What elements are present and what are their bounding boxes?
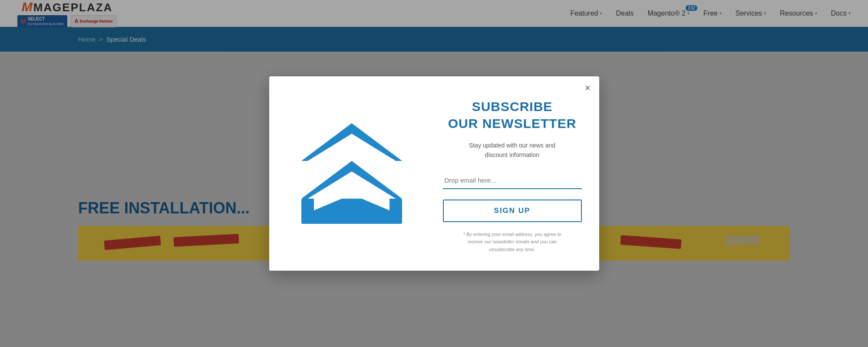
mageplaza-logo-icon <box>289 111 415 236</box>
signup-button[interactable]: SIGN UP <box>443 200 582 222</box>
modal-title-line2: OUR NEWSLETTER <box>448 116 577 131</box>
modal-logo-area <box>269 76 434 271</box>
modal-disclaimer: * By entering your email address, you ag… <box>443 231 582 254</box>
modal-title-line1: SUBSCRIBE <box>472 99 553 114</box>
modal-title: SUBSCRIBE OUR NEWSLETTER <box>443 98 582 132</box>
modal-close-button[interactable]: × <box>585 83 591 93</box>
modal-subtitle: Stay updated with our news anddiscount i… <box>443 141 582 160</box>
modal-overlay[interactable]: × SUBSCRIBE OUR NEWSLETTER <box>0 0 868 347</box>
modal-form-area: SUBSCRIBE OUR NEWSLETTER Stay updated wi… <box>434 76 599 271</box>
newsletter-modal: × SUBSCRIBE OUR NEWSLETTER <box>269 76 599 271</box>
email-input[interactable] <box>443 172 582 189</box>
